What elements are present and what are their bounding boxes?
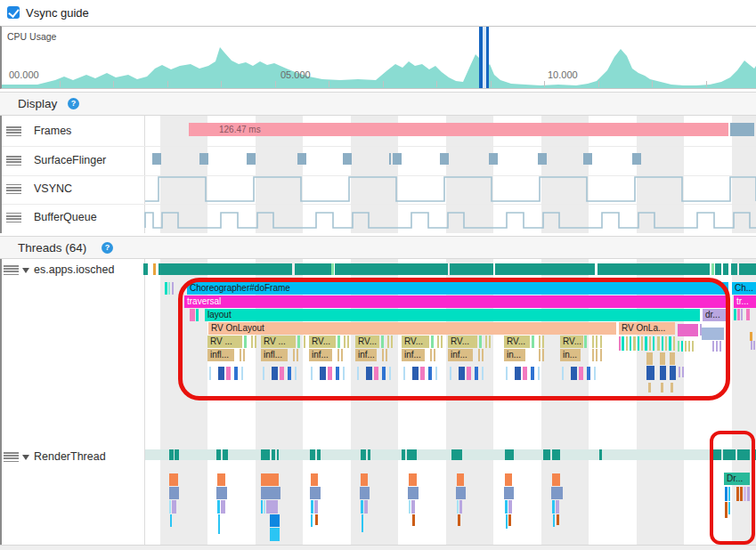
trace-block[interactable]: [382, 349, 384, 361]
trace-block[interactable]: RV ...: [261, 336, 296, 348]
trace-block[interactable]: [343, 153, 352, 165]
trace-block[interactable]: [430, 349, 432, 361]
trace-block[interactable]: [209, 367, 211, 380]
trace-block[interactable]: Ch...: [732, 282, 756, 295]
trace-block[interactable]: [688, 341, 690, 352]
trace-block[interactable]: [412, 367, 419, 380]
trace-block[interactable]: [270, 514, 280, 527]
trace-block[interactable]: [172, 282, 174, 295]
trace-block[interactable]: [632, 153, 641, 165]
trace-block[interactable]: [660, 352, 665, 365]
trace-block[interactable]: [702, 328, 724, 340]
trace-block[interactable]: [679, 367, 680, 377]
trace-block[interactable]: [685, 341, 687, 352]
trace-block[interactable]: [288, 367, 291, 380]
trace-block[interactable]: [728, 487, 730, 501]
trace-block[interactable]: [482, 349, 484, 361]
trace-block[interactable]: [508, 500, 512, 514]
trace-block[interactable]: [479, 336, 482, 348]
trace-block[interactable]: [750, 332, 752, 341]
trace-block[interactable]: [711, 263, 714, 275]
trace-block[interactable]: [175, 449, 179, 460]
cpu-usage-panel[interactable]: 00.00005.00010.000 CPU Usage: [0, 26, 756, 89]
trace-block[interactable]: layout: [205, 309, 700, 321]
trace-block[interactable]: [539, 349, 541, 361]
expander-icon[interactable]: [22, 455, 29, 460]
trace-block[interactable]: [169, 473, 178, 486]
trace-block[interactable]: [594, 367, 596, 380]
trace-block[interactable]: [311, 500, 313, 514]
trace-block[interactable]: [247, 153, 256, 165]
trace-block[interactable]: 126.47 ms: [189, 123, 728, 136]
trace-block[interactable]: [240, 349, 241, 361]
trace-block[interactable]: [645, 336, 647, 351]
trace-block[interactable]: Dr...: [724, 473, 750, 485]
trace-block[interactable]: RV...: [504, 336, 530, 348]
expander-icon[interactable]: [22, 268, 29, 273]
trace-block[interactable]: [662, 336, 663, 351]
trace-block[interactable]: [244, 336, 247, 348]
trace-block[interactable]: [451, 449, 462, 460]
row-label-iosched[interactable]: es.apps.iosched: [34, 263, 114, 276]
trace-block[interactable]: in...: [560, 349, 581, 361]
trace-block[interactable]: [673, 336, 675, 351]
trace-block[interactable]: [255, 336, 256, 348]
trace-block[interactable]: inf...: [402, 349, 425, 361]
trace-block[interactable]: [456, 487, 466, 499]
trace-block[interactable]: [458, 514, 460, 526]
trace-block[interactable]: [382, 367, 386, 380]
trace-block[interactable]: [270, 528, 280, 541]
trace-block[interactable]: [725, 487, 728, 501]
trace-block[interactable]: [172, 500, 176, 514]
trace-block[interactable]: [450, 263, 493, 275]
trace-block[interactable]: [592, 336, 594, 348]
trace-block[interactable]: [571, 367, 577, 380]
trace-block[interactable]: [261, 487, 280, 499]
trace-block[interactable]: [648, 383, 651, 392]
trace-block[interactable]: [331, 263, 334, 275]
trace-block[interactable]: [328, 367, 332, 380]
trace-block[interactable]: RV OnLa...: [619, 322, 675, 335]
trace-block[interactable]: [159, 263, 292, 275]
trace-block[interactable]: in...: [504, 349, 525, 361]
trace-block[interactable]: [165, 282, 167, 295]
label-track-divider[interactable]: [144, 259, 145, 545]
trace-block[interactable]: [304, 336, 305, 348]
trace-block[interactable]: [266, 500, 278, 514]
trace-block[interactable]: [357, 367, 359, 380]
trace-block[interactable]: [218, 514, 220, 534]
trace-block[interactable]: [216, 487, 227, 499]
row-label-frames[interactable]: Frames: [34, 125, 71, 137]
trace-block[interactable]: [389, 367, 391, 380]
trace-block[interactable]: [736, 487, 739, 501]
row-label-vsync[interactable]: VSYNC: [34, 182, 72, 195]
trace-block[interactable]: [409, 500, 411, 514]
trace-block[interactable]: [223, 449, 228, 460]
trace-block[interactable]: [457, 500, 459, 514]
trace-block[interactable]: [295, 263, 333, 275]
trace-block[interactable]: [681, 341, 683, 352]
trace-block[interactable]: [482, 367, 484, 380]
vsync-guide-checkbox[interactable]: [7, 6, 20, 19]
trace-block[interactable]: [737, 309, 740, 320]
trace-block[interactable]: [337, 349, 339, 361]
trace-block[interactable]: [362, 514, 363, 532]
trace-block[interactable]: [626, 336, 628, 351]
cpu-usage-series[interactable]: [2, 47, 756, 88]
trace-block[interactable]: [459, 500, 462, 514]
trace-block[interactable]: [152, 153, 161, 165]
trace-block[interactable]: [551, 487, 563, 499]
trace-block[interactable]: [489, 153, 498, 165]
trace-block[interactable]: [682, 367, 684, 377]
trace-block[interactable]: [538, 153, 547, 165]
trace-block[interactable]: [553, 514, 555, 527]
trace-block[interactable]: [587, 367, 590, 380]
trace-block[interactable]: tr...: [734, 295, 756, 308]
trace-block[interactable]: [335, 263, 448, 275]
trace-block[interactable]: [600, 336, 602, 348]
trace-block[interactable]: infl...: [261, 349, 288, 361]
trace-block[interactable]: [630, 336, 631, 351]
trace-block[interactable]: [542, 336, 544, 348]
trace-block[interactable]: [583, 153, 592, 165]
trace-block[interactable]: [311, 367, 313, 380]
